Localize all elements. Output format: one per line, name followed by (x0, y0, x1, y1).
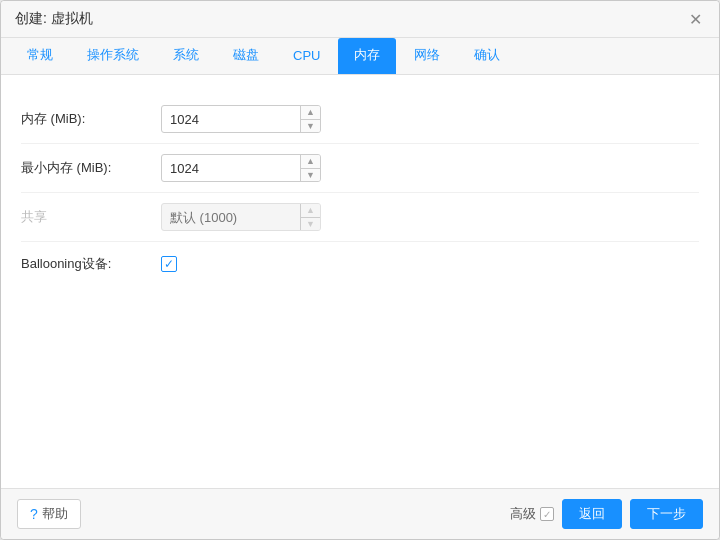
tab-system-label: 系统 (173, 47, 199, 62)
memory-spinners: ▲ ▼ (300, 106, 320, 132)
memory-input-wrap: ▲ ▼ (161, 105, 321, 133)
shares-label: 共享 (21, 208, 161, 226)
tab-memory[interactable]: 内存 (338, 38, 396, 74)
min-memory-row: 最小内存 (MiB): ▲ ▼ (21, 144, 699, 193)
tab-os-label: 操作系统 (87, 47, 139, 62)
tab-disk-label: 磁盘 (233, 47, 259, 62)
shares-spin-down: ▼ (301, 218, 320, 231)
back-button[interactable]: 返回 (562, 499, 622, 529)
tab-content-memory: 内存 (MiB): ▲ ▼ 最小内存 (MiB): ▲ ▼ 共享 (1, 75, 719, 488)
tab-confirm-label: 确认 (474, 47, 500, 62)
dialog-header: 创建: 虚拟机 ✕ (1, 1, 719, 38)
close-icon: ✕ (689, 10, 702, 29)
advanced-wrap: 高级 ✓ (510, 505, 554, 523)
shares-spinners: ▲ ▼ (300, 204, 320, 230)
memory-spin-up[interactable]: ▲ (301, 106, 320, 120)
tab-bar: 常规 操作系统 系统 磁盘 CPU 内存 网络 确认 (1, 38, 719, 75)
memory-row: 内存 (MiB): ▲ ▼ (21, 95, 699, 144)
memory-label: 内存 (MiB): (21, 110, 161, 128)
tab-network[interactable]: 网络 (398, 38, 456, 74)
tab-network-label: 网络 (414, 47, 440, 62)
tab-cpu-label: CPU (293, 48, 320, 63)
min-memory-spinners: ▲ ▼ (300, 155, 320, 181)
help-button[interactable]: ? 帮助 (17, 499, 81, 529)
shares-row: 共享 ▲ ▼ (21, 193, 699, 242)
advanced-check-icon: ✓ (543, 509, 551, 520)
min-memory-input-wrap: ▲ ▼ (161, 154, 321, 182)
tab-memory-label: 内存 (354, 47, 380, 62)
tab-confirm[interactable]: 确认 (458, 38, 516, 74)
close-button[interactable]: ✕ (685, 9, 705, 29)
create-vm-dialog: 创建: 虚拟机 ✕ 常规 操作系统 系统 磁盘 CPU 内存 网络 确认 (0, 0, 720, 540)
advanced-label: 高级 (510, 505, 536, 523)
min-memory-label: 最小内存 (MiB): (21, 159, 161, 177)
dialog-title: 创建: 虚拟机 (15, 10, 93, 28)
footer-left: ? 帮助 (17, 499, 81, 529)
min-memory-spin-down[interactable]: ▼ (301, 169, 320, 182)
footer-right: 高级 ✓ 返回 下一步 (510, 499, 703, 529)
memory-input[interactable] (161, 105, 321, 133)
min-memory-input[interactable] (161, 154, 321, 182)
tab-disk[interactable]: 磁盘 (217, 38, 275, 74)
advanced-checkbox[interactable]: ✓ (540, 507, 554, 521)
dialog-footer: ? 帮助 高级 ✓ 返回 下一步 (1, 488, 719, 539)
tab-os[interactable]: 操作系统 (71, 38, 155, 74)
next-label: 下一步 (647, 506, 686, 521)
help-icon: ? (30, 506, 38, 522)
help-label: 帮助 (42, 505, 68, 523)
shares-input-wrap: ▲ ▼ (161, 203, 321, 231)
memory-spin-down[interactable]: ▼ (301, 120, 320, 133)
ballooning-label: Ballooning设备: (21, 255, 161, 273)
tab-general[interactable]: 常规 (11, 38, 69, 74)
next-button[interactable]: 下一步 (630, 499, 703, 529)
ballooning-checkbox-wrap: ✓ (161, 256, 177, 272)
check-icon: ✓ (164, 258, 174, 270)
tab-general-label: 常规 (27, 47, 53, 62)
shares-spin-up: ▲ (301, 204, 320, 218)
shares-input (161, 203, 321, 231)
ballooning-checkbox[interactable]: ✓ (161, 256, 177, 272)
ballooning-row: Ballooning设备: ✓ (21, 242, 699, 286)
tab-cpu[interactable]: CPU (277, 40, 336, 73)
back-label: 返回 (579, 506, 605, 521)
min-memory-spin-up[interactable]: ▲ (301, 155, 320, 169)
tab-system[interactable]: 系统 (157, 38, 215, 74)
